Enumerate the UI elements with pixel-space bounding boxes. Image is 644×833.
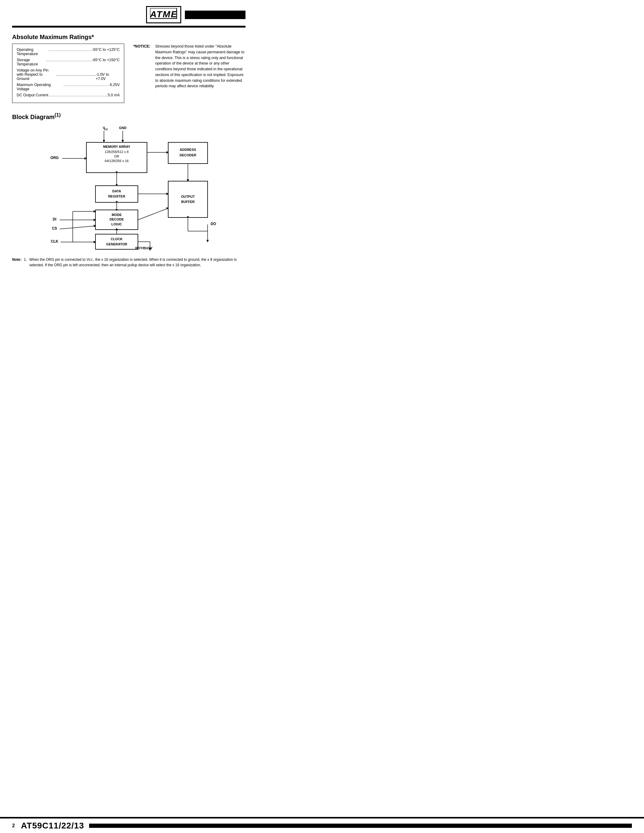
data-register-box [95,186,138,203]
clock-gen-label2: GENERATOR [106,242,127,246]
memory-array-label3: OR [114,154,119,158]
rating-label-5: DC Output Current [17,93,48,97]
abs-max-title: Absolute Maximum Ratings* [12,34,245,40]
mode-decode-label1: MODE [112,213,122,217]
ratings-box: Operating Temperature ..................… [12,43,124,103]
page-header: ATMEL [12,6,245,27]
address-decoder-label1: ADDRESS [180,148,196,151]
rating-label-3a: Voltage on Any Pin [17,68,120,72]
atmel-logo-svg: ATMEL [150,8,177,19]
data-register-label1: DATA [113,189,121,193]
gnd-arrow [122,140,124,142]
block-diagram-title: Block Diagram(1) [12,112,245,121]
vcc-arrow [103,140,105,142]
atmel-logo: ATMEL [146,6,181,23]
rating-row-1: Operating Temperature ..................… [17,48,120,56]
rating-value-1: -55°C to +125°C [92,48,120,52]
rating-row-4: Maximum Operating Voltage ..............… [17,83,120,91]
output-buffer-label2: BUFFER [181,200,195,204]
svg-line-14 [60,226,95,229]
di-label: DI [53,217,56,222]
rating-value-4: 6.25V [110,83,120,87]
do-label: DO [211,222,216,226]
memory-array-label2: 128/256/512 x 8 [105,150,129,154]
mode-decode-label2: DECODE [109,217,124,221]
notice-box: *NOTICE: Stresses beyond those listed un… [134,43,245,103]
mode-decode-label3: LOGIC [111,222,122,226]
address-decoder-box [168,142,208,164]
header-black-bar [185,11,245,19]
rating-label-4: Maximum Operating Voltage [17,83,63,91]
rating-label-1: Operating Temperature [17,48,48,56]
note-number: 1. [24,257,27,268]
svg-line-9 [138,208,167,220]
output-buffer-box [168,181,208,217]
do-arrow [206,240,209,242]
memory-array-label4: 64/128/256 x 16 [105,159,129,162]
rating-row-2: Storage Temperature ....................… [17,58,120,66]
block-diagram-superscript: (1) [55,112,61,118]
note-text: When the ORG pin is connected to Vᴄᴄ, th… [29,257,245,268]
rating-value-5: 5.0 mA [108,93,120,97]
rating-row-5: DC Output Current ......................… [17,93,120,97]
clock-gen-box [95,234,138,249]
logo-container: ATMEL [146,6,245,23]
block-diagram-section: Block Diagram(1) V CC GND MEMORY ARRAY 1… [12,112,245,251]
svg-text:ATMEL: ATMEL [150,9,177,19]
notice-label: *NOTICE: [134,43,150,89]
output-buffer-label1: OUTPUT [181,195,195,198]
address-decoder-label2: DECODER [179,153,196,157]
ratings-content: Operating Temperature ..................… [12,43,245,103]
clk-label: CLK [51,239,58,244]
vcc-sub: CC [104,128,108,131]
rating-label-3b: with Respect to Ground [17,72,56,81]
rating-value-2: -65°C to +150°C [92,58,120,62]
clock-gen-label1: CLOCK [111,237,122,241]
memory-array-label1: MEMORY ARRAY [103,145,130,148]
org-label: ORG [50,156,58,160]
data-register-label2: REGISTER [108,195,125,198]
rating-row-3: Voltage on Any Pin with Respect to Groun… [17,68,120,81]
note-label: Note: [12,257,21,268]
block-diagram-svg: V CC GND MEMORY ARRAY 128/256/512 x 8 OR… [26,124,232,251]
gnd-label: GND [119,126,127,130]
cs-label: CS [52,226,57,230]
rating-label-2: Storage Temperature [17,58,46,66]
notice-text: Stresses beyond those listed under "Abso… [155,43,245,89]
absolute-max-ratings-section: Absolute Maximum Ratings* Operating Temp… [12,34,245,103]
note-section: Note: 1. When the ORG pin is connected t… [12,257,245,268]
rating-value-3: -1.0V to +7.0V [96,72,120,81]
